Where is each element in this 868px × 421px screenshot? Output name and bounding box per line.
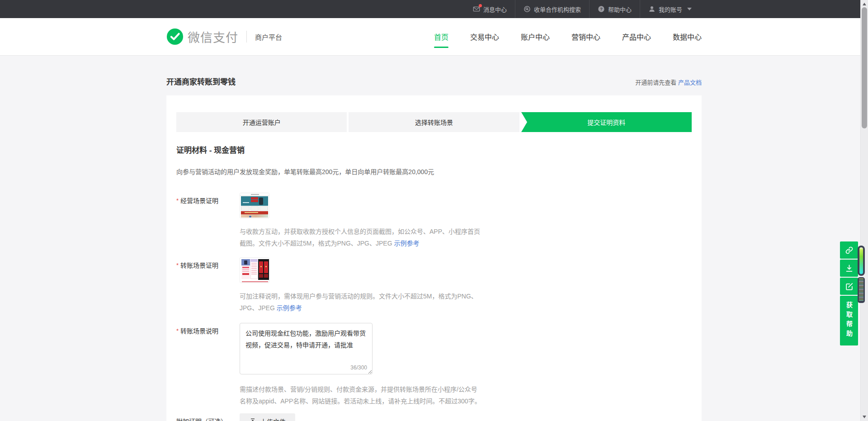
upload-file-button[interactable]: 上传文件 <box>240 413 295 421</box>
business-scene-label: *经营场景证明 <box>176 193 240 249</box>
transfer-scene-help: 可加注释说明，需体现用户参与营销活动的规则。文件大小不超过5M，格式为PNG、J… <box>240 290 482 314</box>
business-scene-help: 与收款方互动，并获取收款方授权个人信息的页面截图，如公众号、APP、小程序首页截… <box>240 226 482 249</box>
nav-item-transaction-center[interactable]: 交易中心 <box>470 18 499 55</box>
topbar-help-label: 帮助中心 <box>608 5 632 14</box>
doc-hint-text: 开通前请先查看 <box>635 79 676 86</box>
step-label: 开通运营账户 <box>243 118 281 127</box>
content-card: 开通运营账户 选择转账场景 提交证明资料 证明材料 - 现金营销 向参与营销活动… <box>166 95 702 421</box>
topbar-message-center[interactable]: 消息中心 <box>465 0 515 18</box>
help-body: 与收款方互动，并获取收款方授权个人信息的页面截图，如公众号、APP、小程序首页截… <box>240 228 480 247</box>
question-circle-icon: ? <box>598 5 605 13</box>
svg-text:?: ? <box>600 7 603 11</box>
scrollbar-thumb[interactable] <box>862 7 867 128</box>
unread-badge <box>479 4 482 7</box>
form-row-transfer-desc: *转账场景说明 公司使用现金红包功能，激励用户观看带货视频，促进交易，特申请开通… <box>176 323 692 407</box>
get-help-button[interactable]: 获取帮助 <box>840 296 858 345</box>
mail-icon <box>473 5 480 13</box>
nav-item-data-center[interactable]: 数据中心 <box>673 18 702 55</box>
transfer-desc-help: 需描述付款场景、营销/分销规则、付款资金来源，并提供转账场景所在小程序/公众号名… <box>240 383 482 407</box>
nav-item-product-center[interactable]: 产品中心 <box>622 18 651 55</box>
nav-item-home[interactable]: 首页 <box>434 18 448 55</box>
help-body: 可加注释说明，需体现用户参与营销活动的规则。文件大小不超过5M，格式为PNG、J… <box>240 293 477 312</box>
extension-minimap-marker <box>858 277 865 303</box>
form-row-extra-proof: 附加证明（可选） 上传文件 <box>176 413 692 421</box>
scrollbar-down-arrow[interactable] <box>863 416 866 418</box>
transfer-desc-textarea[interactable]: 公司使用现金红包功能，激励用户观看带货视频，促进交易，特申请开通，请批准 <box>240 323 373 374</box>
label-text: 转账场景证明 <box>180 262 218 269</box>
wechat-pay-logo-icon <box>166 28 184 45</box>
feedback-button[interactable] <box>840 278 858 295</box>
float-panel: 获取帮助 <box>840 241 858 345</box>
product-doc-link[interactable]: 产品文档 <box>678 79 702 86</box>
doc-hint: 开通前请先查看 产品文档 <box>635 78 702 86</box>
step-label: 提交证明资料 <box>587 118 625 127</box>
extension-scroll-marker <box>858 246 865 276</box>
logo-text: 微信支付 <box>188 28 238 46</box>
transfer-scene-label: *转账场景证明 <box>176 257 240 314</box>
step-label: 选择转账场景 <box>415 118 453 127</box>
main-nav: 首页 交易中心 账户中心 营销中心 产品中心 数据中心 <box>434 18 702 55</box>
business-scene-thumbnail[interactable] <box>240 193 269 218</box>
extra-proof-label: 附加证明（可选） <box>176 413 240 421</box>
get-help-label: 获取帮助 <box>844 302 854 340</box>
topbar-message-label: 消息中心 <box>483 5 507 14</box>
nav-item-marketing-center[interactable]: 营销中心 <box>571 18 600 55</box>
share-link-button[interactable] <box>840 241 858 259</box>
transfer-scene-thumbnail[interactable] <box>240 257 269 283</box>
download-button[interactable] <box>840 260 858 277</box>
step-choose-transfer-scene: 选择转账场景 <box>349 112 519 132</box>
header: 微信支付 商户平台 首页 交易中心 账户中心 营销中心 产品中心 数据中心 <box>0 18 868 56</box>
form-row-business-scene: *经营场景证明 与收款方互动，并获取收款方授权个人信息的页面截图，如公众号、AP… <box>176 193 692 249</box>
section-description: 向参与营销活动的用户发放现金奖励，单笔转账最高200元，单日向单用户转账最高20… <box>176 167 692 176</box>
user-icon <box>648 5 656 13</box>
form-row-transfer-scene: *转账场景证明 可加注释说明，需体现用户参与营销活动的规则。文件大小不超过5M，… <box>176 257 692 314</box>
scrollbar[interactable] <box>860 0 868 421</box>
link-icon <box>845 246 854 255</box>
search-circle-icon <box>524 5 531 13</box>
scrollbar-up-arrow[interactable] <box>863 3 866 5</box>
transfer-scene-example-link[interactable]: 示例参考 <box>277 304 302 312</box>
section-title: 证明材料 - 现金营销 <box>176 146 692 156</box>
required-asterisk: * <box>176 327 179 334</box>
logo-separator <box>246 31 247 43</box>
platform-label: 商户平台 <box>255 32 282 42</box>
edit-icon <box>845 282 854 291</box>
topbar-acquiring-search[interactable]: 收单合作机构搜索 <box>515 0 589 18</box>
transfer-desc-label: *转账场景说明 <box>176 323 240 407</box>
page-title: 开通商家转账到零钱 <box>166 76 236 87</box>
required-asterisk: * <box>176 197 179 204</box>
step-open-operating-account: 开通运营账户 <box>176 112 347 132</box>
label-text: 经营场景证明 <box>180 197 218 204</box>
wechat-pay-logo[interactable]: 微信支付 商户平台 <box>166 28 282 46</box>
chevron-down-icon <box>687 8 692 10</box>
upload-button-label: 上传文件 <box>260 417 286 421</box>
topbar-help-center[interactable]: ? 帮助中心 <box>590 0 640 18</box>
step-submit-proof-active: 提交证明资料 <box>521 112 692 132</box>
business-scene-example-link[interactable]: 示例参考 <box>394 240 420 247</box>
topbar-account-label: 我的账号 <box>659 5 682 14</box>
required-asterisk: * <box>176 262 179 269</box>
topbar: 消息中心 收单合作机构搜索 ? 帮助中心 我的账号 <box>0 0 868 18</box>
proof-form: *经营场景证明 与收款方互动，并获取收款方授权个人信息的页面截图，如公众号、AP… <box>176 193 692 421</box>
stepper: 开通运营账户 选择转账场景 提交证明资料 <box>176 112 692 132</box>
topbar-acquiring-label: 收单合作机构搜索 <box>534 5 581 14</box>
upload-icon <box>249 418 256 421</box>
topbar-my-account[interactable]: 我的账号 <box>640 0 700 18</box>
page-head: 开通商家转账到零钱 开通前请先查看 产品文档 <box>166 76 702 87</box>
nav-item-account-center[interactable]: 账户中心 <box>521 18 550 55</box>
download-icon <box>845 264 854 273</box>
label-text: 转账场景说明 <box>180 327 218 335</box>
